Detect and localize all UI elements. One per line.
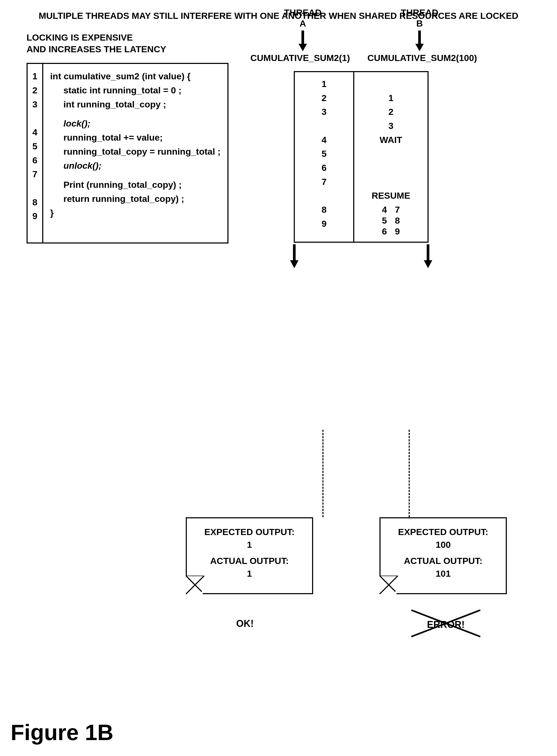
arrow-down-icon xyxy=(423,244,433,269)
step: 6 xyxy=(322,161,327,175)
step: 3 xyxy=(388,119,393,133)
thread-b-h1: THREAD xyxy=(377,7,462,18)
code-line: static int running_total = 0 ; xyxy=(50,83,221,97)
step: 2 xyxy=(322,91,327,105)
step: 9 xyxy=(395,226,400,237)
page-fold-icon xyxy=(379,577,397,594)
lnum: 8 xyxy=(32,195,37,209)
step: 5 xyxy=(322,147,327,161)
step xyxy=(323,189,325,203)
step xyxy=(389,147,392,161)
svg-marker-7 xyxy=(424,260,432,268)
svg-marker-5 xyxy=(290,260,298,268)
step: 7 xyxy=(395,204,400,215)
figure-label: Figure 1B xyxy=(10,720,113,746)
verdict-ok: OK! xyxy=(236,618,254,629)
expected-label: EXPECTED OUTPUT: xyxy=(192,526,307,539)
step: 7 xyxy=(322,175,327,189)
code-line-numbers: 1 2 3 4 5 6 7 8 9 xyxy=(28,64,43,242)
step: 6 xyxy=(382,226,387,237)
thread-b-h2: B xyxy=(377,18,462,29)
code-line-unlock: unlock(); xyxy=(50,159,221,173)
code-line: Print (running_total_copy) ; xyxy=(50,178,221,192)
code-line: return running_total_copy) ; xyxy=(50,192,221,206)
step: 2 xyxy=(388,105,393,119)
lnum xyxy=(32,111,37,125)
dashed-connector xyxy=(409,430,410,517)
step xyxy=(389,161,392,175)
lnum: 2 xyxy=(32,83,37,97)
step: 9 xyxy=(322,217,327,231)
code-listing: 1 2 3 4 5 6 7 8 9 int cumulative_sum2 (i… xyxy=(27,63,229,243)
verdict-error: ERROR! xyxy=(409,607,483,643)
actual-label: ACTUAL OUTPUT: xyxy=(386,555,500,567)
thread-a-trace: 1 2 3 4 5 6 7 8 9 xyxy=(295,72,353,242)
lnum: 4 xyxy=(32,125,37,139)
thread-b-trace: 1 2 3 WAIT RESUME 4 5 6 7 8 xyxy=(353,72,428,242)
code-line: running_total_copy = running_total ; xyxy=(50,145,221,159)
lnum: 1 xyxy=(32,69,37,83)
error-label: ERROR! xyxy=(409,619,483,630)
step: 3 xyxy=(322,105,327,119)
thread-area: THREAD A THREAD B CUMULATIVE_SUM2(1) CUM… xyxy=(242,7,480,269)
expected-value: 1 xyxy=(192,539,307,551)
step xyxy=(389,175,392,189)
step-resume: RESUME xyxy=(372,189,410,203)
page-fold-icon xyxy=(186,577,203,594)
actual-label: ACTUAL OUTPUT: xyxy=(192,555,307,567)
lnum xyxy=(32,223,37,237)
step-wait: WAIT xyxy=(380,133,402,147)
arrow-down-icon xyxy=(260,31,345,51)
lnum: 7 xyxy=(32,167,37,181)
dashed-connector xyxy=(322,430,323,517)
code-body: int cumulative_sum2 (int value) { static… xyxy=(43,64,227,242)
execution-trace: 1 2 3 4 5 6 7 8 9 1 2 3 WAIT xyxy=(294,71,429,243)
arrow-down-icon xyxy=(377,31,462,51)
svg-marker-3 xyxy=(415,44,424,51)
thread-b-call: CUMULATIVE_SUM2(100) xyxy=(364,53,480,63)
step: 5 xyxy=(382,215,387,226)
code-line: } xyxy=(50,206,221,220)
code-line: int running_total_copy ; xyxy=(50,97,221,112)
code-line: int cumulative_sum2 (int value) { xyxy=(50,69,221,83)
code-line-lock: lock(); xyxy=(50,117,221,130)
thread-a-header: THREAD A xyxy=(260,7,345,29)
lnum: 9 xyxy=(32,209,37,223)
lnum xyxy=(32,181,37,195)
step xyxy=(389,77,392,91)
lnum: 5 xyxy=(32,139,37,153)
step: 1 xyxy=(322,77,327,91)
step: 8 xyxy=(322,203,327,217)
output-note-a: EXPECTED OUTPUT: 1 ACTUAL OUTPUT: 1 xyxy=(186,517,313,594)
arrow-down-icon xyxy=(290,244,299,269)
step: 8 xyxy=(395,215,400,226)
lnum: 6 xyxy=(32,153,37,168)
svg-marker-1 xyxy=(298,44,307,51)
output-note-b: EXPECTED OUTPUT: 100 ACTUAL OUTPUT: 101 xyxy=(379,517,507,594)
code-line: running_total += value; xyxy=(50,130,221,145)
expected-value: 100 xyxy=(386,539,500,551)
actual-value: 101 xyxy=(386,567,500,580)
thread-a-h1: THREAD xyxy=(260,7,345,18)
actual-value: 1 xyxy=(192,567,307,580)
step: 1 xyxy=(388,91,393,105)
step: 4 xyxy=(382,204,387,215)
expected-label: EXPECTED OUTPUT: xyxy=(386,526,500,539)
thread-a-h2: A xyxy=(260,18,345,29)
thread-b-header: THREAD B xyxy=(377,7,462,29)
thread-a-call: CUMULATIVE_SUM2(1) xyxy=(242,53,358,63)
lnum: 3 xyxy=(32,97,37,112)
step xyxy=(323,119,325,133)
step: 4 xyxy=(322,133,327,147)
